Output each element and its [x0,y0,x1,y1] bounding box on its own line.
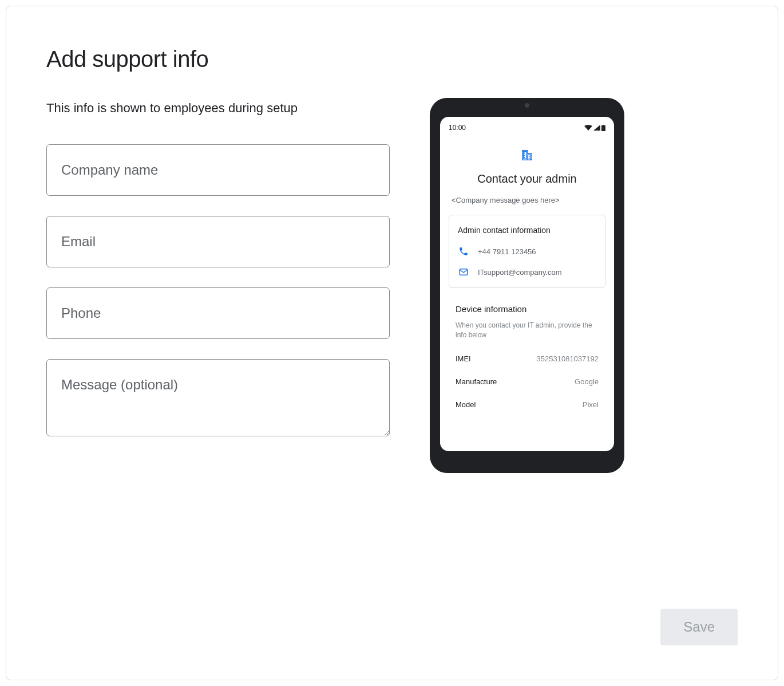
form-column: Add support info This info is shown to e… [46,46,390,473]
email-input[interactable] [46,216,390,267]
svg-rect-4 [524,157,525,158]
signal-icon [593,125,600,131]
manufacture-value: Google [575,377,599,386]
device-model-row: Model Pixel [456,400,599,409]
admin-phone-value: +44 7911 123456 [478,247,536,256]
manufacture-label: Manufacture [456,377,497,386]
phone-content: Contact your admin <Company message goes… [449,149,605,409]
svg-rect-0 [601,125,605,131]
admin-phone-row: +44 7911 123456 [458,246,596,257]
company-name-input[interactable] [46,144,390,196]
phone-icon [458,246,469,257]
phone-group [46,287,390,339]
message-input[interactable] [46,359,390,436]
preview-company-message: <Company message goes here> [449,196,605,204]
building-icon [521,149,533,164]
email-group [46,216,390,267]
admin-contact-card: Admin contact information +44 7911 12345… [449,215,605,288]
svg-rect-2 [524,152,525,153]
preview-title: Contact your admin [449,172,605,186]
add-support-info-card: Add support info This info is shown to e… [6,6,778,680]
imei-label: IMEI [456,354,471,363]
model-label: Model [456,400,476,409]
phone-camera-icon [525,103,529,108]
phone-screen: 10:00 [440,117,614,451]
svg-rect-6 [529,158,530,159]
battery-icon [601,125,605,131]
device-manufacture-row: Manufacture Google [456,377,599,386]
phone-input[interactable] [46,287,390,339]
svg-rect-3 [524,155,525,156]
status-time: 10:00 [449,124,466,132]
wifi-icon [584,125,592,131]
status-icons [584,125,605,131]
device-info-title: Device information [456,304,599,314]
email-icon [458,267,469,277]
preview-column: 10:00 [430,46,624,473]
svg-rect-5 [529,156,530,157]
admin-card-title: Admin contact information [458,226,596,235]
page-subtitle: This info is shown to employees during s… [46,101,390,116]
message-group [46,359,390,439]
device-info-desc: When you contact your IT admin, provide … [456,321,599,340]
imei-value: 352531081037192 [537,354,599,363]
device-imei-row: IMEI 352531081037192 [456,354,599,363]
admin-email-row: ITsupport@company.com [458,267,596,277]
admin-email-value: ITsupport@company.com [478,268,562,277]
device-info-section: Device information When you contact your… [449,304,605,409]
content-wrapper: Add support info This info is shown to e… [46,46,738,473]
save-button[interactable]: Save [660,609,738,645]
page-title: Add support info [46,46,390,72]
svg-rect-1 [603,125,604,126]
status-bar: 10:00 [449,124,605,132]
company-name-group [46,144,390,196]
phone-mockup: 10:00 [430,98,624,473]
model-value: Pixel [583,400,599,409]
